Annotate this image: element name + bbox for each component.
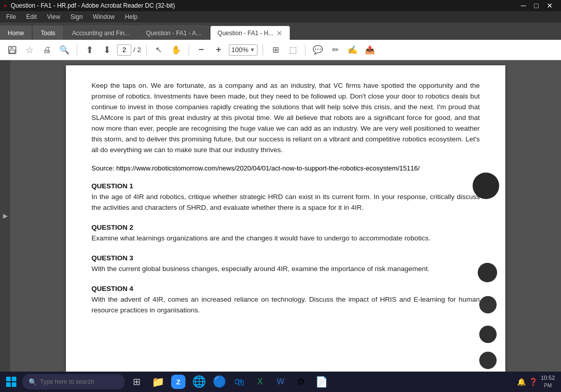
page-counter: / 2 [117, 44, 141, 56]
draw-button[interactable]: ✏ [328, 43, 342, 57]
pdf-page: Keep the taps on. We are fortunate, as a… [66, 65, 505, 372]
tab-accounting-label: Accounting and Fin... [72, 30, 130, 37]
taskbar-search[interactable]: 🔍 [22, 374, 125, 389]
menu-window[interactable]: Window [89, 12, 119, 21]
zoom-icon: Z [171, 375, 185, 389]
taskbar-app-edge[interactable]: 🌐 [189, 372, 208, 391]
svg-rect-2 [10, 50, 15, 53]
taskbar-clock: 10:52 PM [541, 374, 555, 389]
files-icon: 📁 [152, 376, 165, 388]
tab-tools[interactable]: Tools [33, 26, 63, 40]
taskbar-app-files[interactable]: 📁 [148, 372, 168, 391]
question-1-title: QUESTION 1 [91, 182, 480, 190]
zoom-level[interactable]: 100% ▼ [229, 44, 258, 56]
separator-2 [146, 44, 147, 56]
main-area: ▶ Keep the taps on. We are fortunate, as… [0, 60, 561, 372]
left-panel-toggle[interactable]: ▶ [0, 60, 10, 372]
question-1-body: In the age of 4IR and robotics, critique… [91, 192, 480, 213]
tab-accounting[interactable]: Accounting and Fin... [64, 26, 137, 40]
word-icon: W [276, 377, 284, 386]
fit-page-button[interactable]: ⊞ [268, 43, 283, 57]
intro-paragraph: Keep the taps on. We are fortunate, as a… [91, 81, 480, 155]
taskbar-search-input[interactable] [40, 378, 111, 385]
store-icon: 🛍 [235, 376, 245, 388]
maximize-button[interactable]: □ [530, 2, 543, 10]
page-separator: / [133, 46, 135, 54]
highlight-button[interactable]: ✍ [345, 43, 360, 57]
taskbar-right-area: 🔔 ❓ 10:52 PM [517, 374, 559, 389]
zoom-dropdown-icon[interactable]: ▼ [250, 47, 255, 53]
next-page-button[interactable]: ⬇ [100, 43, 114, 57]
svg-rect-1 [10, 46, 13, 49]
menu-help[interactable]: Help [121, 12, 142, 21]
page-number-input[interactable] [117, 44, 131, 56]
clock-time: 10:52 [541, 374, 555, 382]
tab-question-h-label: Question - FA1 - H... [218, 30, 273, 37]
taskview-icon: ⊞ [133, 376, 141, 387]
stamp-1 [473, 173, 499, 199]
minimize-button[interactable]: ─ [517, 2, 530, 10]
notification-icon[interactable]: 🔔 [517, 378, 526, 386]
taskview-button[interactable]: ⊞ [127, 372, 146, 391]
bookmark-button[interactable]: ☆ [22, 43, 37, 57]
acrobat-icon: 📄 [315, 376, 328, 388]
rotate-button[interactable]: ⬚ [286, 43, 300, 57]
tab-question-a-label: Question - FA1 - A... [146, 30, 201, 37]
windows-logo-icon [6, 377, 16, 387]
tab-close-button[interactable]: ✕ [276, 29, 283, 37]
separator-4 [263, 44, 263, 56]
question-3-block: QUESTION 3 With the current global busin… [91, 254, 480, 275]
cursor-tool-button[interactable]: ↖ [152, 43, 166, 57]
question-2-title: QUESTION 2 [91, 224, 480, 231]
taskbar: 🔍 ⊞ 📁 Z 🌐 🔵 🛍 X W ⚙ 📄 [0, 372, 561, 392]
comment-button[interactable]: 💬 [311, 43, 325, 57]
pdf-viewer[interactable]: Keep the taps on. We are fortunate, as a… [10, 60, 561, 372]
menu-file[interactable]: File [2, 12, 20, 21]
panel-arrow-icon: ▶ [3, 212, 8, 219]
print-button[interactable]: 🖨 [40, 43, 54, 57]
question-3-body: With the current global business changes… [91, 264, 480, 275]
tab-question-a[interactable]: Question - FA1 - A... [138, 26, 209, 40]
taskbar-app-steam[interactable]: ⚙ [291, 372, 311, 391]
tab-question-h[interactable]: Question - FA1 - H... ✕ [210, 26, 290, 40]
separator-1 [77, 44, 77, 56]
title-bar: ▪ Question - FA1 - HR.pdf - Adobe Acroba… [0, 0, 561, 11]
stamp-3 [479, 296, 497, 313]
tab-bar: Home Tools Accounting and Fin... Questio… [0, 22, 561, 40]
question-4-body: With the advent of 4IR, comes an increas… [91, 295, 480, 316]
zoom-out-button[interactable]: 🔍 [57, 43, 72, 57]
clock-date: PM [541, 382, 555, 389]
source-line: Source: https://www.roboticstomorrow.com… [91, 164, 480, 172]
help-icon[interactable]: ❓ [529, 378, 537, 386]
taskbar-search-icon: 🔍 [29, 378, 37, 386]
menu-edit[interactable]: Edit [22, 12, 41, 21]
source-url[interactable]: https://www.roboticstomorrow.com/news/20… [116, 164, 419, 172]
menu-bar: File Edit View Sign Window Help [0, 11, 561, 22]
separator-5 [305, 44, 306, 56]
source-label: Source: [91, 164, 114, 172]
zoom-decrease-button[interactable]: − [194, 43, 208, 57]
taskbar-app-zoom[interactable]: Z [169, 372, 188, 391]
hand-tool-button[interactable]: ✋ [169, 43, 183, 57]
excel-icon: X [258, 377, 263, 386]
zoom-value: 100% [231, 46, 248, 54]
close-button[interactable]: ✕ [543, 2, 557, 10]
question-2-block: QUESTION 2 Examine what learnings organi… [91, 224, 480, 244]
edge-icon: 🌐 [192, 375, 206, 388]
share-button[interactable]: 📤 [363, 43, 377, 57]
tab-home[interactable]: Home [0, 26, 32, 40]
stamp-5 [479, 352, 497, 369]
prev-page-button[interactable]: ⬆ [82, 43, 97, 57]
question-1-block: QUESTION 1 In the age of 4IR and robotic… [91, 182, 480, 213]
taskbar-app-store[interactable]: 🛍 [230, 372, 249, 391]
menu-view[interactable]: View [43, 12, 64, 21]
zoom-increase-button[interactable]: + [212, 43, 226, 57]
taskbar-app-chrome[interactable]: 🔵 [209, 372, 229, 391]
stamp-2 [478, 263, 497, 282]
taskbar-app-excel[interactable]: X [250, 372, 270, 391]
menu-sign[interactable]: Sign [66, 12, 87, 21]
save-button[interactable] [5, 43, 19, 57]
start-button[interactable] [2, 373, 20, 391]
taskbar-app-acrobat[interactable]: 📄 [312, 372, 331, 391]
taskbar-app-word[interactable]: W [271, 372, 290, 391]
